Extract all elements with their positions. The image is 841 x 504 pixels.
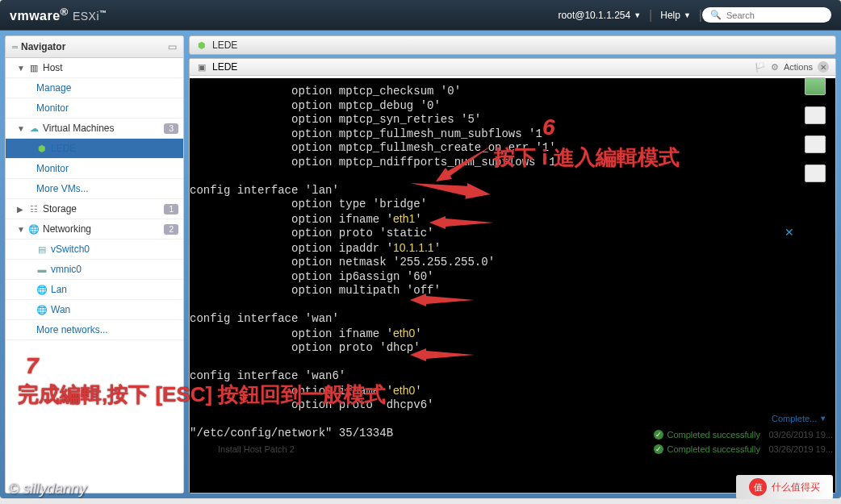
task-cell-date: 03/26/2019 19... <box>768 430 833 439</box>
nav-host[interactable]: ▼▥Host <box>6 58 183 78</box>
vm-running-icon: ⬢ <box>36 143 48 154</box>
task-col-completed[interactable]: Complete... ▼ <box>772 414 833 423</box>
search-box[interactable]: 🔍 <box>702 7 831 23</box>
nav-more-networks[interactable]: More networks... <box>6 320 183 340</box>
collapse-icon[interactable]: ▭ <box>168 41 177 52</box>
vm-icon: ☁ <box>28 123 40 134</box>
nav-host-manage[interactable]: Manage <box>6 78 183 98</box>
logo: vmware® ESXi™ <box>10 6 107 23</box>
console-tab-label[interactable]: LEDE <box>212 61 237 73</box>
search-input[interactable] <box>726 10 838 20</box>
hint-box <box>805 77 826 95</box>
nav-networking[interactable]: ▼🌐Networking2 <box>6 219 183 240</box>
content-area: ⬢ LEDE ▣ LEDE 🏳️ ⚙ Actions ✕ option mptc… <box>189 35 836 494</box>
switch-icon: ▤ <box>36 244 48 255</box>
navigator-header: ⎓ Navigator ▭ <box>6 36 183 58</box>
navigator-tree: ▼▥Host Manage Monitor ▼☁Virtual Machines… <box>6 58 183 493</box>
smzdm-badge: 值什么值得买 <box>736 475 833 499</box>
navigator-icon: ⎓ <box>12 41 18 52</box>
nav-lan[interactable]: 🌐Lan <box>6 280 183 300</box>
hint-box <box>805 135 826 153</box>
nav-host-monitor[interactable]: Monitor <box>6 98 183 119</box>
vm-running-icon: ⬢ <box>196 40 207 51</box>
top-bar: vmware® ESXi™ root@10.1.1.254 ▼ | Help ▼… <box>0 0 841 31</box>
nav-vm-lede[interactable]: ⬢LEDE <box>6 139 183 159</box>
search-icon: 🔍 <box>710 10 722 20</box>
console-tab-bar: ▣ LEDE 🏳️ ⚙ Actions ✕ <box>190 59 835 76</box>
hint-box <box>805 165 826 182</box>
nav-vmnic0[interactable]: ▬vmnic0 <box>6 260 183 280</box>
hint-box <box>805 106 826 124</box>
gear-icon[interactable]: ⚙ <box>771 62 779 73</box>
console-icon: ▣ <box>196 61 207 73</box>
nav-vm-monitor[interactable]: Monitor <box>6 159 183 179</box>
nav-storage[interactable]: ▶☷Storage1 <box>6 199 183 219</box>
breadcrumb-tab: ⬢ LEDE <box>189 35 836 55</box>
watermark: © sillydanny <box>8 481 86 498</box>
flag-icon[interactable]: 🏳️ <box>755 62 766 73</box>
nav-wan[interactable]: 🌐Wan <box>6 300 183 320</box>
task-cell-date: 03/26/2019 19... <box>768 444 833 454</box>
host-icon: ▥ <box>28 62 40 73</box>
tab-label[interactable]: LEDE <box>212 40 237 51</box>
portgroup-icon: 🌐 <box>36 304 48 315</box>
close-hint-icon[interactable]: ✕ <box>785 226 794 239</box>
main-area: ⎓ Navigator ▭ ▼▥Host Manage Monitor ▼☁Vi… <box>0 31 841 498</box>
nav-vswitch0[interactable]: ▤vSwitch0 <box>6 240 183 260</box>
storage-icon: ☷ <box>28 203 40 215</box>
nav-vms[interactable]: ▼☁Virtual Machines3 <box>6 119 183 139</box>
help-menu[interactable]: Help ▼ <box>652 10 699 21</box>
close-icon[interactable]: ✕ <box>818 61 829 73</box>
portgroup-icon: 🌐 <box>36 284 48 295</box>
navigator-panel: ⎓ Navigator ▭ ▼▥Host Manage Monitor ▼☁Vi… <box>5 35 184 494</box>
task-result: ✓Completed successfully <box>654 430 760 439</box>
user-menu[interactable]: root@10.1.1.254 ▼ <box>550 10 650 21</box>
nav-more-vms[interactable]: More VMs... <box>6 179 183 199</box>
console-panel: ▣ LEDE 🏳️ ⚙ Actions ✕ option mptcp_check… <box>189 58 836 494</box>
network-icon: 🌐 <box>28 223 40 235</box>
task-name: Install Host Patch 2 <box>218 444 295 454</box>
nic-icon: ▬ <box>36 264 48 275</box>
right-sidebar-hints <box>799 77 831 182</box>
task-result: ✓Completed successfully <box>654 444 760 454</box>
actions-menu[interactable]: Actions <box>784 62 813 72</box>
